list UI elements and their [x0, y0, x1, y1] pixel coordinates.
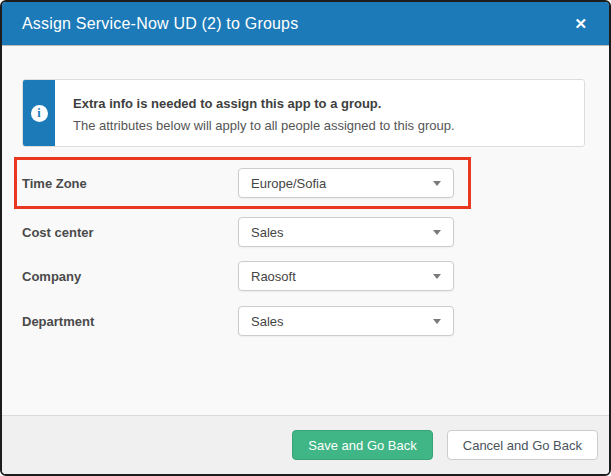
- department-select[interactable]: Sales: [238, 306, 454, 336]
- department-label: Department: [22, 314, 238, 329]
- company-value: Raosoft: [251, 269, 296, 284]
- info-banner-title: Extra info is needed to assign this app …: [73, 96, 574, 111]
- time-zone-label: Time Zone: [22, 176, 238, 191]
- save-and-go-back-button[interactable]: Save and Go Back: [292, 430, 432, 460]
- assign-app-to-groups-dialog: Assign Service-Now UD (2) to Groups ✕ i …: [0, 0, 611, 476]
- time-zone-value: Europe/Sofia: [251, 176, 326, 191]
- info-banner-subtitle: The attributes below will apply to all p…: [73, 118, 574, 133]
- chevron-down-icon: [433, 319, 441, 324]
- info-banner-accent-strip: i: [23, 80, 55, 146]
- dialog-title: Assign Service-Now UD (2) to Groups: [22, 15, 570, 33]
- cost-center-value: Sales: [251, 225, 284, 240]
- form-row-company: Company Raosoft: [22, 261, 454, 291]
- dialog-header: Assign Service-Now UD (2) to Groups ✕: [2, 2, 609, 45]
- chevron-down-icon: [433, 230, 441, 235]
- time-zone-select[interactable]: Europe/Sofia: [238, 168, 454, 198]
- department-value: Sales: [251, 314, 284, 329]
- close-icon: ✕: [574, 15, 587, 32]
- company-label: Company: [22, 269, 238, 284]
- form-row-time-zone: Time Zone Europe/Sofia: [22, 168, 454, 198]
- form-row-cost-center: Cost center Sales: [22, 217, 454, 247]
- chevron-down-icon: [433, 274, 441, 279]
- cost-center-select[interactable]: Sales: [238, 217, 454, 247]
- company-select[interactable]: Raosoft: [238, 261, 454, 291]
- info-icon: i: [31, 105, 48, 122]
- chevron-down-icon: [433, 181, 441, 186]
- form-row-department: Department Sales: [22, 306, 454, 336]
- dialog-footer: Save and Go Back Cancel and Go Back: [2, 415, 609, 474]
- cost-center-label: Cost center: [22, 225, 238, 240]
- info-banner: i Extra info is needed to assign this ap…: [22, 79, 585, 147]
- close-button[interactable]: ✕: [570, 12, 591, 35]
- cancel-and-go-back-button[interactable]: Cancel and Go Back: [447, 430, 598, 460]
- info-banner-body: Extra info is needed to assign this app …: [55, 80, 584, 146]
